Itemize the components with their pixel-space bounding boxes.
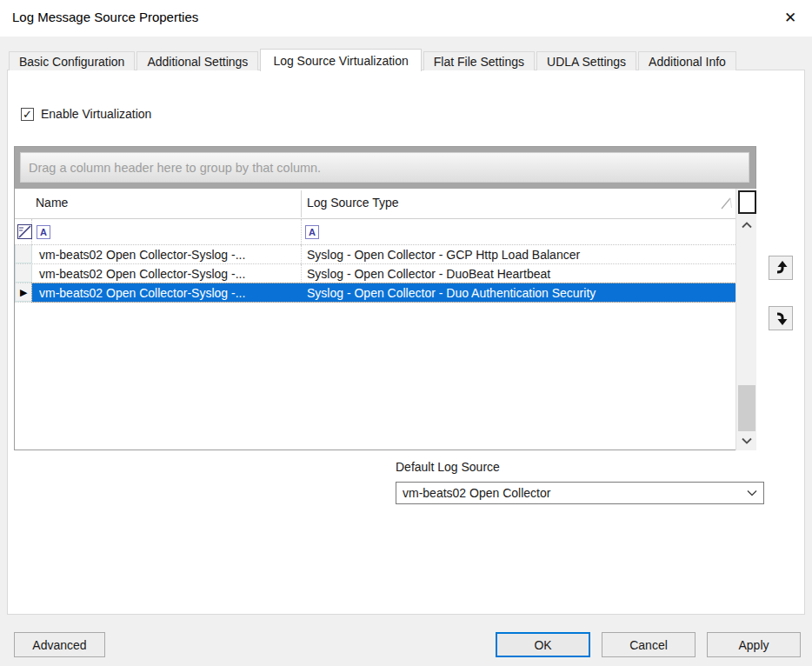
arrow-down-icon — [773, 310, 789, 326]
virtual-log-sources-grid: Drag a column header here to group by th… — [14, 146, 756, 450]
window-title: Log Message Source Properties — [12, 10, 198, 24]
enable-virtualization-row: ✓ Enable Virtualization — [21, 107, 151, 121]
row-indicator-cell — [15, 245, 32, 263]
tab-basic-configuration[interactable]: Basic Configuration — [9, 51, 135, 70]
default-log-source-dropdown[interactable]: vm-beats02 Open Collector — [396, 482, 764, 504]
grid-vertical-scrollbar[interactable] — [735, 189, 756, 450]
cell-name: vm-beats02 Open Collector-Syslog -... — [39, 267, 296, 281]
cell-name: vm-beats02 Open Collector-Syslog -... — [39, 286, 296, 300]
enable-virtualization-label: Enable Virtualization — [41, 107, 151, 121]
enable-virtualization-checkbox[interactable]: ✓ — [21, 108, 34, 121]
move-up-button[interactable] — [769, 256, 793, 280]
checkmark-icon: ✓ — [23, 109, 32, 120]
group-by-band[interactable]: Drag a column header here to group by th… — [15, 147, 755, 189]
cell-log-source-type: Syslog - Open Collector - Duo Authentica… — [307, 286, 731, 300]
scroll-corner-box[interactable] — [738, 190, 756, 214]
sort-ascending-icon — [721, 197, 733, 210]
column-header-name[interactable]: Name — [36, 196, 68, 210]
name-filter-type-icon[interactable]: A — [37, 225, 50, 239]
grid-filter-row: A A — [15, 219, 735, 245]
cancel-button[interactable]: Cancel — [602, 632, 696, 657]
default-log-source-label: Default Log Source — [396, 460, 500, 474]
row-indicator-cell — [15, 264, 32, 283]
tab-additional-info[interactable]: Additional Info — [638, 51, 736, 70]
column-header-log-source-type[interactable]: Log Source Type — [307, 196, 399, 210]
current-row-pointer-icon: ▶ — [20, 287, 27, 298]
table-row[interactable]: vm-beats02 Open Collector-Syslog -... Sy… — [15, 264, 735, 283]
advanced-button[interactable]: Advanced — [14, 632, 105, 657]
dropdown-selected-value: vm-beats02 Open Collector — [403, 486, 741, 500]
filter-column-separator — [301, 219, 302, 245]
ok-button[interactable]: OK — [496, 632, 590, 657]
edit-filter-icon[interactable] — [17, 224, 32, 239]
tab-flat-file-settings[interactable]: Flat File Settings — [423, 51, 535, 70]
tab-udla-settings[interactable]: UDLA Settings — [536, 51, 636, 70]
arrow-up-icon — [773, 260, 789, 276]
row-indicator-cell: ▶ — [15, 283, 32, 302]
table-row[interactable]: vm-beats02 Open Collector-Syslog -... Sy… — [15, 245, 735, 264]
grid-header-row: Name Log Source Type — [15, 189, 735, 219]
title-bar: Log Message Source Properties ✕ — [0, 0, 812, 37]
tab-strip: Basic Configuration Additional Settings … — [9, 48, 738, 70]
group-by-hint: Drag a column header here to group by th… — [20, 152, 749, 183]
column-separator[interactable] — [301, 190, 302, 217]
chevron-down-icon — [741, 490, 763, 496]
cell-log-source-type: Syslog - Open Collector - DuoBeat Heartb… — [307, 267, 731, 281]
tab-additional-settings[interactable]: Additional Settings — [136, 51, 258, 70]
cell-log-source-type: Syslog - Open Collector - GCP Http Load … — [307, 248, 731, 262]
close-icon[interactable]: ✕ — [775, 3, 805, 31]
scrollbar-down-icon[interactable] — [736, 431, 757, 450]
scrollbar-up-icon[interactable] — [736, 216, 757, 235]
table-row-selected[interactable]: ▶ vm-beats02 Open Collector-Syslog -... … — [15, 283, 735, 303]
type-filter-type-icon[interactable]: A — [305, 225, 319, 239]
apply-button[interactable]: Apply — [707, 632, 801, 657]
scrollbar-thumb[interactable] — [738, 385, 755, 431]
log-message-source-properties-dialog: Log Message Source Properties ✕ Basic Co… — [0, 0, 812, 666]
cell-name: vm-beats02 Open Collector-Syslog -... — [39, 248, 296, 262]
move-down-button[interactable] — [769, 306, 793, 330]
tab-log-source-virtualization[interactable]: Log Source Virtualization — [260, 49, 421, 71]
